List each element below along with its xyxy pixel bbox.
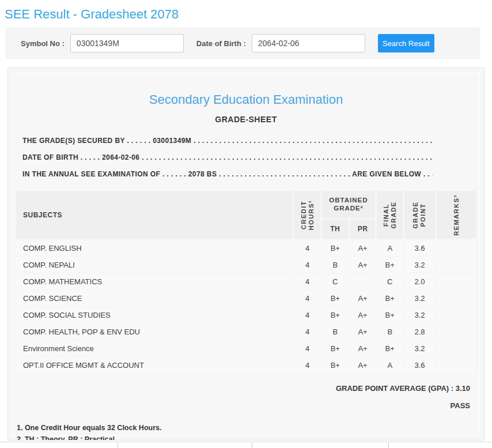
date-of-birth-input[interactable] xyxy=(252,34,365,52)
grade-point-header-line1: GRADE xyxy=(412,201,419,228)
table-row: COMP. HEALTH, POP & ENV EDU 4 B A+ B 2.8 xyxy=(16,324,476,339)
credit-cell: 4 xyxy=(294,240,320,255)
final-grade-cell: B+ xyxy=(377,341,403,356)
th-grade-cell: B+ xyxy=(322,307,349,322)
final-grade-cell: B+ xyxy=(377,257,403,272)
credit-hours-header-line1: CREDIT xyxy=(300,199,308,229)
credit-hours-header-line2: HOURS¹ xyxy=(308,199,315,229)
table-row: OPT.II OFFICE MGMT & ACCOUNT 4 B+ A+ A 3… xyxy=(16,357,476,372)
result-status: PASS xyxy=(8,401,484,410)
pr-grade-cell: A+ xyxy=(350,357,375,372)
th-grade-cell: B+ xyxy=(322,240,349,255)
pr-grade-cell xyxy=(350,274,375,289)
date-of-birth-label: Date of Birth : xyxy=(196,39,246,48)
cutoff-table-divider xyxy=(118,443,118,448)
theory-subheader: TH xyxy=(322,220,349,239)
bottom-divider xyxy=(0,442,492,442)
final-grade-header: FINAL GRADE xyxy=(377,191,403,239)
final-grade-header-line2: GRADE xyxy=(390,201,398,228)
remarks-cell xyxy=(437,274,476,289)
cutoff-table-divider xyxy=(252,443,252,448)
grade-point-cell: 2.8 xyxy=(404,324,434,339)
search-form-bar: Symbol No : Date of Birth : Search Resul… xyxy=(6,28,480,59)
th-grade-cell: B xyxy=(322,257,349,272)
exam-year-line: IN THE ANNUAL SEE EXAMINATION OF . . . .… xyxy=(22,170,433,178)
pr-grade-cell: A+ xyxy=(350,341,375,356)
subject-cell: COMP. ENGLISH xyxy=(16,240,293,255)
cutoff-table-divider xyxy=(388,443,389,448)
final-grade-cell: A xyxy=(377,240,403,255)
table-row: COMP. NEPALI 4 B A+ B+ 3.2 xyxy=(16,257,476,272)
credit-hours-header: CREDIT HOURS¹ xyxy=(294,191,320,239)
grade-point-cell: 3.6 xyxy=(404,357,434,372)
remarks-header: REMARKS³ xyxy=(437,191,476,239)
pr-grade-cell: A+ xyxy=(350,307,375,322)
final-grade-cell: B+ xyxy=(377,291,403,306)
pr-grade-cell: A+ xyxy=(350,257,375,272)
credit-cell: 4 xyxy=(294,324,320,339)
practical-subheader: PR xyxy=(350,220,375,239)
remarks-cell xyxy=(437,324,476,339)
gradesheet-subtitle: GRADE-SHEET xyxy=(8,115,484,124)
footnotes: 1. One Credit Hour equals 32 Clock Hours… xyxy=(17,422,484,441)
secured-by-line: THE GRADE(S) SECURED BY . . . . . . 0300… xyxy=(22,137,433,145)
remarks-cell xyxy=(437,341,476,356)
th-grade-cell: B+ xyxy=(322,291,349,306)
final-grade-cell: B xyxy=(377,324,403,339)
exam-board-title: Secondary Education Examination xyxy=(8,68,484,107)
remarks-cell xyxy=(437,240,476,255)
subjects-header: SUBJECTS xyxy=(16,191,293,239)
grade-point-cell: 3.2 xyxy=(404,257,434,272)
grade-point-cell: 3.2 xyxy=(404,307,434,322)
pr-grade-cell: A+ xyxy=(350,291,375,306)
credit-cell: 4 xyxy=(294,357,320,372)
grade-point-cell: 3.6 xyxy=(404,240,434,255)
remarks-cell xyxy=(437,257,476,272)
subject-cell: OPT.II OFFICE MGMT & ACCOUNT xyxy=(16,357,293,372)
footnote-credit-hours: 1. One Credit Hour equals 32 Clock Hours… xyxy=(17,422,484,434)
gpa-summary: GRADE POINT AVERAGE (GPA) : 3.10 xyxy=(8,384,484,393)
date-of-birth-line: DATE OF BIRTH . . . . . 2064-02-06 . . .… xyxy=(22,153,433,161)
final-grade-cell: B+ xyxy=(377,307,403,322)
pr-grade-cell: A+ xyxy=(350,324,375,339)
remarks-cell xyxy=(437,307,476,322)
remarks-header-line1: REMARKS³ xyxy=(452,194,460,235)
credit-cell: 4 xyxy=(294,257,320,272)
obtained-grade-header-line1: OBTAINED xyxy=(322,196,375,204)
th-grade-cell: C xyxy=(322,274,349,289)
gradesheet-panel: Secondary Education Examination GRADE-SH… xyxy=(7,67,485,441)
credit-cell: 4 xyxy=(294,274,320,289)
subject-cell: COMP. MATHEMATICS xyxy=(16,274,293,289)
obtained-grade-header: OBTAINED GRADE² xyxy=(322,191,375,218)
subject-cell: COMP. SCIENCE xyxy=(16,291,293,306)
symbol-no-label: Symbol No : xyxy=(21,39,65,48)
grade-point-header-line2: POINT xyxy=(419,201,427,228)
table-row: COMP. SCIENCE 4 B+ A+ B+ 3.2 xyxy=(16,291,476,306)
table-row: COMP. MATHEMATICS 4 C C 2.0 xyxy=(16,274,476,289)
subject-cell: COMP. NEPALI xyxy=(16,257,293,272)
subject-cell: COMP. HEALTH, POP & ENV EDU xyxy=(16,324,293,339)
remarks-cell xyxy=(437,291,476,306)
subject-cell: COMP. SOCIAL STUDIES xyxy=(16,307,293,322)
table-row: COMP. SOCIAL STUDIES 4 B+ A+ B+ 3.2 xyxy=(16,307,476,322)
subject-cell: Environment Science xyxy=(16,341,293,356)
symbol-no-input[interactable] xyxy=(70,34,184,52)
search-result-button[interactable]: Search Result xyxy=(378,34,434,52)
grade-point-cell: 3.2 xyxy=(404,291,434,306)
grade-point-cell: 2.0 xyxy=(404,274,434,289)
table-row: COMP. ENGLISH 4 B+ A+ A 3.6 xyxy=(16,240,476,255)
th-grade-cell: B+ xyxy=(322,357,349,372)
th-grade-cell: B+ xyxy=(322,341,349,356)
credit-cell: 4 xyxy=(294,307,320,322)
grades-table: SUBJECTS CREDIT HOURS¹ OBTAINED GRADE² F… xyxy=(14,189,478,374)
final-grade-cell: A xyxy=(377,357,403,372)
credit-cell: 4 xyxy=(294,291,320,306)
page-title: SEE Result - Gradesheet 2078 xyxy=(5,7,492,21)
table-header-row: SUBJECTS CREDIT HOURS¹ OBTAINED GRADE² F… xyxy=(16,191,476,218)
final-grade-header-line1: FINAL xyxy=(383,201,390,228)
pr-grade-cell: A+ xyxy=(350,240,375,255)
obtained-grade-header-line2: GRADE² xyxy=(322,204,375,212)
final-grade-cell: C xyxy=(377,274,403,289)
grade-point-cell: 3.2 xyxy=(404,341,434,356)
table-row: Environment Science 4 B+ A+ B+ 3.2 xyxy=(16,341,476,356)
